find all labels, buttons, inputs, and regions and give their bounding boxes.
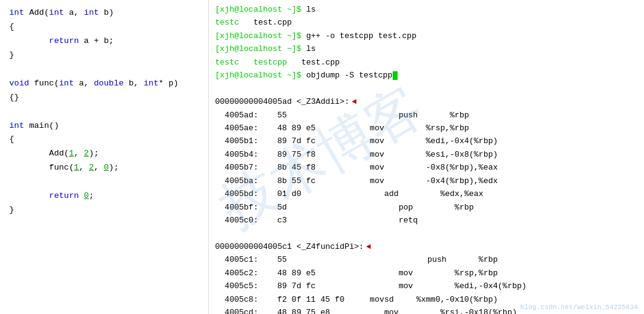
code-line-9: int main()	[9, 119, 199, 133]
asm-line-9: 4005c0: c3 retq	[215, 214, 638, 227]
asm-line-3: 4005b1: 89 7d fc mov %edi,-0x4(%rbp)	[215, 135, 638, 147]
code-line-4: }	[9, 49, 199, 63]
section-gap-2	[215, 227, 638, 240]
section-header-2: 00000000004005c1 <_Z4funcidPi>:◄	[215, 240, 638, 253]
terminal-line-objdump: [xjh@localhost ~]$ objdump -S testcpp	[215, 69, 638, 82]
code-line-10: {	[9, 133, 199, 147]
left-code-panel: int Add(int a, int b) { return a + b; } …	[0, 0, 209, 314]
asm-line-13: 4005c8: f2 0f 11 45 f0 movsd %xmm0,-0x10…	[215, 293, 638, 306]
right-terminal-panel: [xjh@localhost ~]$ ls testc test.cpp [xj…	[209, 0, 644, 314]
code-line-2: {	[9, 20, 199, 34]
asm-line-6: 4005ba: 8b 55 fc mov -0x4(%rbp),%edx	[215, 175, 638, 187]
asm-line-8: 4005bf: 5d pop %rbp	[215, 201, 638, 214]
code-line-8	[9, 105, 199, 119]
terminal-line-files1: testc test.cpp	[215, 16, 638, 29]
asm-line-11: 4005c2: 48 89 e5 mov %rsp,%rbp	[215, 267, 638, 280]
main-container: int Add(int a, int b) { return a + b; } …	[0, 0, 644, 314]
code-line-15: }	[9, 203, 199, 218]
asm-line-12: 4005c5: 89 7d fc mov %edi,-0x4(%rbp)	[215, 280, 638, 292]
terminal-line-ls2: [xjh@localhost ~]$ ls	[215, 42, 638, 55]
code-line-13	[9, 175, 199, 189]
asm-line-2: 4005ae: 48 89 e5 mov %rsp,%rbp	[215, 122, 638, 135]
terminal-line-files2: testc testcpp test.cpp	[215, 56, 638, 69]
asm-line-10: 4005c1: 55 push %rbp	[215, 253, 638, 266]
section-header-1: 00000000004005ad <_Z3Addii>:◄	[215, 95, 638, 108]
code-line-12: func(1, 2, 0);	[9, 161, 199, 175]
section-label-1	[215, 82, 638, 95]
asm-line-14: 4005cd: 48 89 75 e8 mov %rsi,-0x18(%rbp)	[215, 306, 638, 314]
terminal-line-gpp: [xjh@localhost ~]$ g++ -o testcpp test.c…	[215, 29, 638, 42]
code-line-11: Add(1, 2);	[9, 147, 199, 161]
terminal-line-ls1: [xjh@localhost ~]$ ls	[215, 3, 638, 16]
asm-line-4: 4005b4: 89 75 f8 mov %esi,-0x8(%rbp)	[215, 148, 638, 161]
code-line-7: {}	[9, 91, 199, 105]
code-line-6: void func(int a, double b, int* p)	[9, 77, 199, 91]
code-line-3: return a + b;	[9, 34, 199, 49]
code-line-5	[9, 63, 199, 77]
code-line-1: int Add(int a, int b)	[9, 6, 199, 20]
asm-line-7: 4005bd: 01 d0 add %edx,%eax	[215, 187, 638, 200]
asm-line-1: 4005ad: 55 push %rbp	[215, 109, 638, 122]
asm-line-5: 4005b7: 8b 45 f8 mov -0x8(%rbp),%eax	[215, 161, 638, 174]
terminal-cursor	[393, 71, 398, 80]
code-line-14: return 0;	[9, 189, 199, 203]
